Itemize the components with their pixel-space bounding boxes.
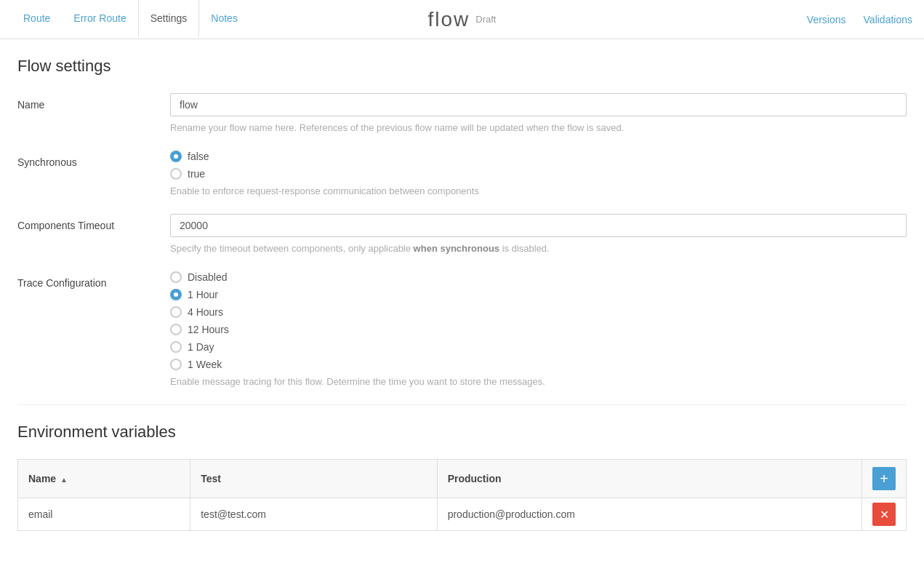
trace-1d-label: 1 Day [188, 341, 214, 353]
trace-1d-radio[interactable] [170, 341, 182, 353]
synchronous-control-wrap: false true Enable to enforce request-res… [170, 151, 907, 196]
sync-false-radio[interactable] [170, 151, 182, 162]
sync-true-option[interactable]: true [170, 168, 907, 180]
trace-12h-radio[interactable] [170, 324, 182, 335]
env-section-title: Environment variables [17, 423, 907, 442]
top-nav: Route Error Route Settings Notes flow Dr… [0, 0, 924, 39]
nav-center: flow Draft [428, 8, 497, 31]
page-title: Flow settings [17, 57, 907, 76]
col-header-name[interactable]: Name ▲ [18, 460, 190, 498]
draft-badge: Draft [475, 14, 496, 25]
trace-1w-label: 1 Week [188, 359, 222, 370]
timeout-label: Components Timeout [17, 214, 170, 231]
trace-disabled-radio[interactable] [170, 271, 182, 283]
cell-production: production@production.com [437, 498, 861, 531]
col-header-add: + [862, 460, 907, 498]
tab-route[interactable]: Route [12, 0, 62, 39]
nav-tabs: Route Error Route Settings Notes [12, 0, 249, 39]
name-hint: Rename your flow name here. References o… [170, 122, 907, 133]
trace-1h-label: 1 Hour [188, 289, 218, 300]
synchronous-label: Synchronous [17, 151, 170, 168]
trace-4h-label: 4 Hours [188, 306, 223, 318]
synchronous-radio-group: false true [170, 151, 907, 180]
trace-hint: Enable message tracing for this flow. De… [170, 376, 907, 387]
tab-notes[interactable]: Notes [199, 0, 249, 39]
table-header-row: Name ▲ Test Production + [18, 460, 907, 498]
timeout-input[interactable] [170, 214, 907, 237]
timeout-control-wrap: Specify the timeout between components, … [170, 214, 907, 254]
cell-delete: ✕ [862, 498, 907, 531]
timeout-row: Components Timeout Specify the timeout b… [17, 214, 907, 254]
trace-row: Trace Configuration Disabled 1 Hour 4 Ho… [17, 271, 907, 387]
name-control-wrap: Rename your flow name here. References o… [170, 93, 907, 133]
synchronous-hint: Enable to enforce request-response commu… [170, 185, 907, 196]
cell-name: email [18, 498, 190, 531]
tab-error-route[interactable]: Error Route [62, 0, 137, 39]
trace-1w-radio[interactable] [170, 359, 182, 370]
col-header-test: Test [190, 460, 437, 498]
name-row: Name Rename your flow name here. Referen… [17, 93, 907, 133]
trace-control-wrap: Disabled 1 Hour 4 Hours 12 Hours 1 Day [170, 271, 907, 387]
trace-1d-option[interactable]: 1 Day [170, 341, 907, 353]
trace-1h-option[interactable]: 1 Hour [170, 289, 907, 300]
sync-true-radio[interactable] [170, 168, 182, 180]
timeout-hint: Specify the timeout between components, … [170, 243, 907, 254]
synchronous-row: Synchronous false true Enable to enforce… [17, 151, 907, 196]
timeout-hint-prefix: Specify the timeout between components, … [170, 243, 414, 254]
delete-env-var-button[interactable]: ✕ [872, 503, 896, 526]
trace-disabled-label: Disabled [188, 271, 227, 283]
trace-label: Trace Configuration [17, 271, 170, 289]
trace-1h-radio[interactable] [170, 289, 182, 300]
table-row: email test@test.com production@productio… [18, 498, 907, 531]
trace-12h-option[interactable]: 12 Hours [170, 324, 907, 335]
col-name-label: Name [28, 473, 56, 484]
app-logo: flow [428, 8, 470, 31]
trace-1w-option[interactable]: 1 Week [170, 359, 907, 370]
timeout-hint-bold: when synchronous [414, 243, 499, 254]
sync-false-option[interactable]: false [170, 151, 907, 162]
name-input[interactable] [170, 93, 907, 116]
sync-false-label: false [188, 151, 209, 162]
col-header-production: Production [437, 460, 861, 498]
nav-right: Versions Validations [807, 14, 912, 25]
env-table-body: email test@test.com production@productio… [18, 498, 907, 531]
trace-12h-label: 12 Hours [188, 324, 229, 335]
sync-true-label: true [188, 168, 205, 180]
validations-link[interactable]: Validations [864, 14, 912, 25]
versions-link[interactable]: Versions [807, 14, 846, 25]
name-label: Name [17, 93, 170, 111]
cell-test: test@test.com [190, 498, 437, 531]
timeout-hint-suffix: is disabled. [499, 243, 550, 254]
add-env-var-button[interactable]: + [872, 467, 896, 490]
tab-settings[interactable]: Settings [138, 0, 200, 38]
trace-4h-option[interactable]: 4 Hours [170, 306, 907, 318]
trace-disabled-option[interactable]: Disabled [170, 271, 907, 283]
sort-asc-icon: ▲ [60, 476, 68, 484]
section-divider [17, 404, 907, 405]
trace-4h-radio[interactable] [170, 306, 182, 318]
page-content: Flow settings Name Rename your flow name… [0, 39, 924, 548]
env-vars-table: Name ▲ Test Production + email test@test… [17, 459, 907, 531]
trace-radio-group: Disabled 1 Hour 4 Hours 12 Hours 1 Day [170, 271, 907, 370]
